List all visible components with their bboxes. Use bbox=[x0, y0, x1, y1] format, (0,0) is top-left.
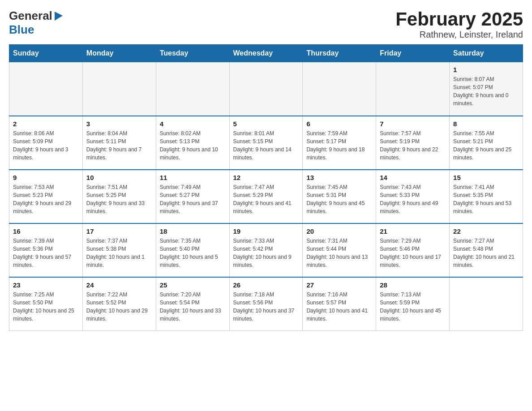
day-info: Sunrise: 7:41 AMSunset: 5:35 PMDaylight:… bbox=[453, 183, 519, 215]
day-number: 9 bbox=[13, 174, 79, 181]
calendar-subtitle: Rathnew, Leinster, Ireland bbox=[395, 30, 523, 40]
day-info: Sunrise: 7:47 AMSunset: 5:29 PMDaylight:… bbox=[233, 183, 299, 215]
day-number: 1 bbox=[453, 66, 519, 73]
table-row: 28 Sunrise: 7:13 AMSunset: 5:59 PMDaylig… bbox=[376, 277, 450, 331]
day-info: Sunrise: 8:07 AMSunset: 5:07 PMDaylight:… bbox=[453, 75, 519, 107]
table-row: 8 Sunrise: 7:55 AMSunset: 5:21 PMDayligh… bbox=[450, 116, 523, 170]
table-row: 21 Sunrise: 7:29 AMSunset: 5:46 PMDaylig… bbox=[376, 223, 450, 277]
table-row: 23 Sunrise: 7:25 AMSunset: 5:50 PMDaylig… bbox=[9, 277, 83, 331]
table-row: 5 Sunrise: 8:01 AMSunset: 5:15 PMDayligh… bbox=[229, 116, 303, 170]
table-row: 10 Sunrise: 7:51 AMSunset: 5:25 PMDaylig… bbox=[82, 170, 156, 223]
day-info: Sunrise: 7:35 AMSunset: 5:40 PMDaylight:… bbox=[160, 237, 226, 269]
day-number: 18 bbox=[160, 227, 226, 235]
day-info: Sunrise: 7:53 AMSunset: 5:23 PMDaylight:… bbox=[13, 183, 79, 215]
table-row: 4 Sunrise: 8:02 AMSunset: 5:13 PMDayligh… bbox=[156, 116, 229, 170]
day-info: Sunrise: 8:04 AMSunset: 5:11 PMDaylight:… bbox=[86, 129, 152, 162]
day-number: 4 bbox=[160, 120, 226, 128]
day-number: 5 bbox=[233, 120, 299, 128]
table-row bbox=[450, 277, 523, 331]
day-number: 7 bbox=[380, 120, 446, 128]
table-row: 16 Sunrise: 7:39 AMSunset: 5:36 PMDaylig… bbox=[9, 223, 83, 277]
table-row: 14 Sunrise: 7:43 AMSunset: 5:33 PMDaylig… bbox=[376, 170, 450, 223]
logo-arrow-icon bbox=[54, 11, 64, 22]
day-info: Sunrise: 7:31 AMSunset: 5:44 PMDaylight:… bbox=[306, 237, 372, 269]
table-row: 22 Sunrise: 7:27 AMSunset: 5:48 PMDaylig… bbox=[450, 223, 523, 277]
day-info: Sunrise: 7:22 AMSunset: 5:52 PMDaylight:… bbox=[86, 291, 152, 323]
day-number: 13 bbox=[306, 174, 372, 181]
table-row bbox=[376, 62, 450, 116]
logo-top-row: General bbox=[9, 9, 64, 23]
svg-marker-0 bbox=[55, 12, 63, 21]
header-friday: Friday bbox=[376, 45, 450, 62]
logo-general-text: General bbox=[9, 9, 52, 23]
table-row bbox=[9, 62, 83, 116]
day-info: Sunrise: 7:18 AMSunset: 5:56 PMDaylight:… bbox=[233, 291, 299, 323]
day-number: 25 bbox=[160, 281, 226, 289]
day-info: Sunrise: 7:27 AMSunset: 5:48 PMDaylight:… bbox=[453, 237, 519, 269]
table-row: 13 Sunrise: 7:45 AMSunset: 5:31 PMDaylig… bbox=[303, 170, 376, 223]
day-info: Sunrise: 7:51 AMSunset: 5:25 PMDaylight:… bbox=[86, 183, 152, 215]
table-row bbox=[156, 62, 229, 116]
table-row: 26 Sunrise: 7:18 AMSunset: 5:56 PMDaylig… bbox=[229, 277, 303, 331]
day-number: 11 bbox=[160, 174, 226, 181]
week-row-2: 2 Sunrise: 8:06 AMSunset: 5:09 PMDayligh… bbox=[9, 116, 523, 170]
table-row bbox=[303, 62, 376, 116]
table-row: 25 Sunrise: 7:20 AMSunset: 5:54 PMDaylig… bbox=[156, 277, 229, 331]
day-info: Sunrise: 7:55 AMSunset: 5:21 PMDaylight:… bbox=[453, 129, 519, 162]
table-row: 12 Sunrise: 7:47 AMSunset: 5:29 PMDaylig… bbox=[229, 170, 303, 223]
table-row: 11 Sunrise: 7:49 AMSunset: 5:27 PMDaylig… bbox=[156, 170, 229, 223]
day-info: Sunrise: 7:45 AMSunset: 5:31 PMDaylight:… bbox=[306, 183, 372, 215]
day-info: Sunrise: 8:02 AMSunset: 5:13 PMDaylight:… bbox=[160, 129, 226, 162]
week-row-5: 23 Sunrise: 7:25 AMSunset: 5:50 PMDaylig… bbox=[9, 277, 523, 331]
day-number: 24 bbox=[86, 281, 152, 289]
day-number: 21 bbox=[380, 227, 446, 235]
day-number: 20 bbox=[306, 227, 372, 235]
day-info: Sunrise: 7:49 AMSunset: 5:27 PMDaylight:… bbox=[160, 183, 226, 215]
table-row: 18 Sunrise: 7:35 AMSunset: 5:40 PMDaylig… bbox=[156, 223, 229, 277]
table-row: 1 Sunrise: 8:07 AMSunset: 5:07 PMDayligh… bbox=[450, 62, 523, 116]
day-number: 26 bbox=[233, 281, 299, 289]
day-number: 16 bbox=[13, 227, 79, 235]
day-info: Sunrise: 8:06 AMSunset: 5:09 PMDaylight:… bbox=[13, 129, 79, 162]
day-number: 27 bbox=[306, 281, 372, 289]
logo: General Blue bbox=[9, 9, 64, 37]
day-info: Sunrise: 7:57 AMSunset: 5:19 PMDaylight:… bbox=[380, 129, 446, 162]
calendar-table: Sunday Monday Tuesday Wednesday Thursday… bbox=[9, 44, 523, 331]
table-row: 17 Sunrise: 7:37 AMSunset: 5:38 PMDaylig… bbox=[82, 223, 156, 277]
day-info: Sunrise: 7:13 AMSunset: 5:59 PMDaylight:… bbox=[380, 291, 446, 323]
day-info: Sunrise: 7:33 AMSunset: 5:42 PMDaylight:… bbox=[233, 237, 299, 269]
day-number: 10 bbox=[86, 174, 152, 181]
table-row bbox=[229, 62, 303, 116]
table-row: 7 Sunrise: 7:57 AMSunset: 5:19 PMDayligh… bbox=[376, 116, 450, 170]
header-sunday: Sunday bbox=[9, 45, 83, 62]
table-row: 19 Sunrise: 7:33 AMSunset: 5:42 PMDaylig… bbox=[229, 223, 303, 277]
calendar-title: February 2025 bbox=[395, 9, 523, 30]
day-number: 8 bbox=[453, 120, 519, 128]
day-info: Sunrise: 7:29 AMSunset: 5:46 PMDaylight:… bbox=[380, 237, 446, 269]
header-wednesday: Wednesday bbox=[229, 45, 303, 62]
day-info: Sunrise: 7:43 AMSunset: 5:33 PMDaylight:… bbox=[380, 183, 446, 215]
title-section: February 2025 Rathnew, Leinster, Ireland bbox=[395, 9, 523, 40]
day-number: 14 bbox=[380, 174, 446, 181]
week-row-3: 9 Sunrise: 7:53 AMSunset: 5:23 PMDayligh… bbox=[9, 170, 523, 223]
logo-blue-text: Blue bbox=[9, 23, 34, 36]
day-info: Sunrise: 7:16 AMSunset: 5:57 PMDaylight:… bbox=[306, 291, 372, 323]
header-tuesday: Tuesday bbox=[156, 45, 229, 62]
day-info: Sunrise: 7:39 AMSunset: 5:36 PMDaylight:… bbox=[13, 237, 79, 269]
day-number: 3 bbox=[86, 120, 152, 128]
weekday-header-row: Sunday Monday Tuesday Wednesday Thursday… bbox=[9, 45, 523, 62]
day-number: 23 bbox=[13, 281, 79, 289]
day-number: 6 bbox=[306, 120, 372, 128]
header-monday: Monday bbox=[82, 45, 156, 62]
table-row: 3 Sunrise: 8:04 AMSunset: 5:11 PMDayligh… bbox=[82, 116, 156, 170]
header-thursday: Thursday bbox=[303, 45, 376, 62]
day-number: 15 bbox=[453, 174, 519, 181]
table-row: 24 Sunrise: 7:22 AMSunset: 5:52 PMDaylig… bbox=[82, 277, 156, 331]
table-row bbox=[82, 62, 156, 116]
day-number: 28 bbox=[380, 281, 446, 289]
day-info: Sunrise: 7:25 AMSunset: 5:50 PMDaylight:… bbox=[13, 291, 79, 323]
page-header: General Blue February 2025 Rathnew, Lein… bbox=[9, 9, 523, 40]
day-info: Sunrise: 7:20 AMSunset: 5:54 PMDaylight:… bbox=[160, 291, 226, 323]
table-row: 6 Sunrise: 7:59 AMSunset: 5:17 PMDayligh… bbox=[303, 116, 376, 170]
day-number: 2 bbox=[13, 120, 79, 128]
